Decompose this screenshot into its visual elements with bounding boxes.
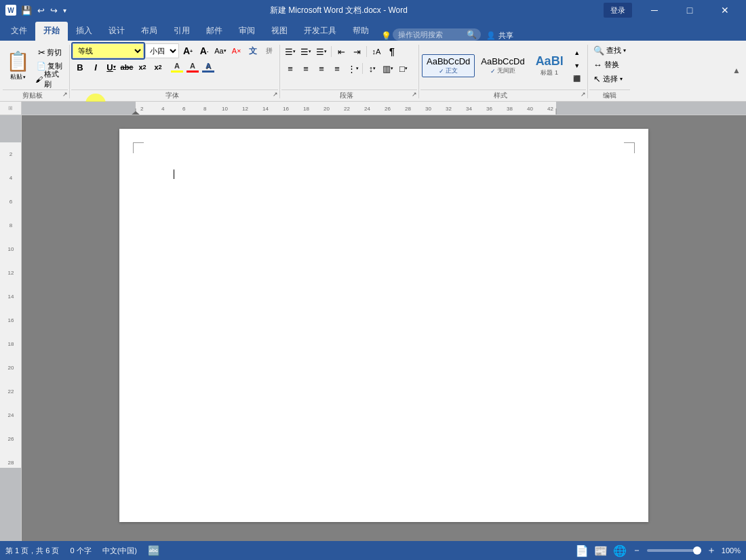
styles-expand-icon[interactable]: ↗ xyxy=(581,91,586,98)
redo-quick-btn[interactable]: ↪ xyxy=(48,4,60,17)
align-right-button[interactable]: ≡ xyxy=(314,61,329,76)
font-label: 字体 ↗ xyxy=(71,89,278,102)
select-button[interactable]: ↖ 选择 ▾ xyxy=(591,72,625,85)
justify-button[interactable]: ≡ xyxy=(330,61,345,76)
paragraph-label: 段落 ↗ xyxy=(281,89,417,102)
login-button[interactable]: 登录 xyxy=(604,3,632,18)
change-case-button[interactable]: Aa▾ xyxy=(213,43,228,58)
horizontal-ruler: 2 4 6 8 10 12 14 16 18 20 22 24 26 28 30… xyxy=(22,102,746,115)
style-no-spacing[interactable]: AaBbCcDd ✓ 无间距 xyxy=(476,54,529,77)
styles-scroll-up[interactable]: ▲ xyxy=(570,47,585,59)
select-label: 选择 xyxy=(603,74,618,84)
font-shrink-button[interactable]: A- xyxy=(197,43,212,58)
styles-expand[interactable]: ⬛ xyxy=(570,73,585,85)
sort-button[interactable]: ↕A xyxy=(369,44,384,59)
svg-text:24: 24 xyxy=(8,412,14,418)
tab-insert[interactable]: 插入 xyxy=(68,22,100,41)
share-button[interactable]: 👤 共享 xyxy=(486,31,513,41)
print-layout-icon[interactable]: 📰 xyxy=(594,544,608,557)
shading-button[interactable]: ▥▾ xyxy=(380,61,395,76)
text-effect-button[interactable]: 文 xyxy=(246,43,260,58)
paste-button[interactable]: 📋 粘贴▾ xyxy=(4,46,31,85)
tab-home[interactable]: 开始 xyxy=(35,22,68,41)
customize-quick-btn[interactable]: ▾ xyxy=(61,5,68,16)
zoom-slider[interactable] xyxy=(647,549,701,552)
tab-layout[interactable]: 布局 xyxy=(133,22,165,41)
zoom-thumb[interactable] xyxy=(693,546,701,555)
column-layout-button[interactable]: ⋮▾ xyxy=(345,61,360,76)
clipboard-expand-icon[interactable]: ↗ xyxy=(62,91,68,98)
font-expand-icon[interactable]: ↗ xyxy=(273,91,278,98)
font-color-button[interactable]: A xyxy=(185,60,200,75)
bold-button[interactable]: B xyxy=(73,60,87,75)
underline-button[interactable]: U▾ xyxy=(104,60,119,75)
tab-view[interactable]: 视图 xyxy=(263,22,296,41)
styles-scroll-down[interactable]: ▼ xyxy=(570,60,585,72)
zoom-out-icon[interactable]: － xyxy=(632,544,642,557)
align-center-button[interactable]: ≡ xyxy=(298,61,313,76)
superscript-button[interactable]: x2 xyxy=(151,60,165,75)
align-left-button[interactable]: ≡ xyxy=(283,61,298,76)
language-icon[interactable]: 🔤 xyxy=(148,545,159,556)
find-button[interactable]: 🔍 查找 ▾ xyxy=(591,43,629,57)
font-name-select[interactable]: 等线 xyxy=(73,43,144,58)
tab-file[interactable]: 文件 xyxy=(3,22,35,41)
replace-button[interactable]: ↔ 替换 xyxy=(591,58,622,71)
tab-references[interactable]: 引用 xyxy=(165,22,198,41)
style-heading1[interactable]: AaBl 标题 1 xyxy=(531,52,568,79)
format-painter-icon: 🖌 xyxy=(35,75,43,83)
svg-rect-1 xyxy=(22,102,136,115)
close-button[interactable]: ✕ xyxy=(709,0,741,20)
tab-mailing[interactable]: 邮件 xyxy=(198,22,231,41)
read-mode-icon[interactable]: 📄 xyxy=(575,544,589,557)
text-shading-button[interactable]: A xyxy=(201,60,216,75)
tab-review[interactable]: 审阅 xyxy=(231,22,263,41)
minimize-button[interactable]: ─ xyxy=(639,0,670,20)
zoom-level: 100% xyxy=(722,546,741,555)
tab-help[interactable]: 帮助 xyxy=(345,22,377,41)
replace-icon: ↔ xyxy=(593,60,602,70)
divider-2 xyxy=(279,45,280,98)
tab-developer[interactable]: 开发工具 xyxy=(296,22,345,41)
subscript-button[interactable]: x2 xyxy=(135,60,150,75)
numbering-button[interactable]: ☰▾ xyxy=(298,44,313,59)
document-page[interactable] xyxy=(119,129,648,522)
find-dropdown-icon: ▾ xyxy=(623,47,626,54)
bullets-button[interactable]: ☰▾ xyxy=(283,44,298,59)
web-layout-icon[interactable]: 🌐 xyxy=(613,544,627,557)
ribbon-toolbar: 📋 粘贴▾ ✂ 剪切 📄 复制 🖌 xyxy=(0,41,746,102)
border-button[interactable]: □▾ xyxy=(396,61,411,76)
tell-me-icon[interactable]: 💡 xyxy=(381,31,391,41)
strikethrough-button[interactable]: abc xyxy=(119,60,134,75)
paste-icon: 📋 xyxy=(6,50,30,73)
ruler-corner[interactable]: ⊞ xyxy=(0,102,22,115)
decrease-indent-button[interactable]: ⇤ xyxy=(334,44,349,59)
format-painter-button[interactable]: 🖌 格式刷 xyxy=(33,73,66,85)
phonetic-button[interactable]: 拼 xyxy=(262,43,277,58)
tab-design[interactable]: 设计 xyxy=(100,22,133,41)
page-info: 第 1 页，共 6 页 xyxy=(5,546,59,556)
line-spacing-button[interactable]: ↕▾ xyxy=(365,61,380,76)
ribbon-collapse-button[interactable]: ▲ xyxy=(730,41,743,100)
show-formatting-button[interactable]: ¶ xyxy=(385,44,399,59)
font-size-select[interactable]: 小四 xyxy=(145,43,179,58)
restore-button[interactable]: □ xyxy=(674,0,705,20)
style-normal[interactable]: AaBbCcDd ✓ 正文 xyxy=(422,54,475,77)
document-area[interactable] xyxy=(22,115,746,541)
svg-text:20: 20 xyxy=(8,365,14,371)
corner-tl xyxy=(133,142,144,153)
style-no-spacing-label: ✓ 无间距 xyxy=(490,66,515,75)
zoom-in-icon[interactable]: ＋ xyxy=(707,544,716,557)
save-quick-btn[interactable]: 💾 xyxy=(19,4,34,17)
clear-format-button[interactable]: A✕ xyxy=(229,43,244,58)
search-icon: 🔍 xyxy=(467,30,477,39)
multilevel-button[interactable]: ☰▾ xyxy=(314,44,329,59)
font-grow-button[interactable]: A+ xyxy=(180,43,195,58)
highlight-color-button[interactable]: A xyxy=(170,60,184,75)
italic-button[interactable]: I xyxy=(88,60,103,75)
undo-quick-btn[interactable]: ↩ xyxy=(35,4,47,17)
cut-button[interactable]: ✂ 剪切 xyxy=(33,46,66,58)
paragraph-expand-icon[interactable]: ↗ xyxy=(412,91,417,98)
increase-indent-button[interactable]: ⇥ xyxy=(349,44,364,59)
document-content[interactable] xyxy=(174,169,594,441)
